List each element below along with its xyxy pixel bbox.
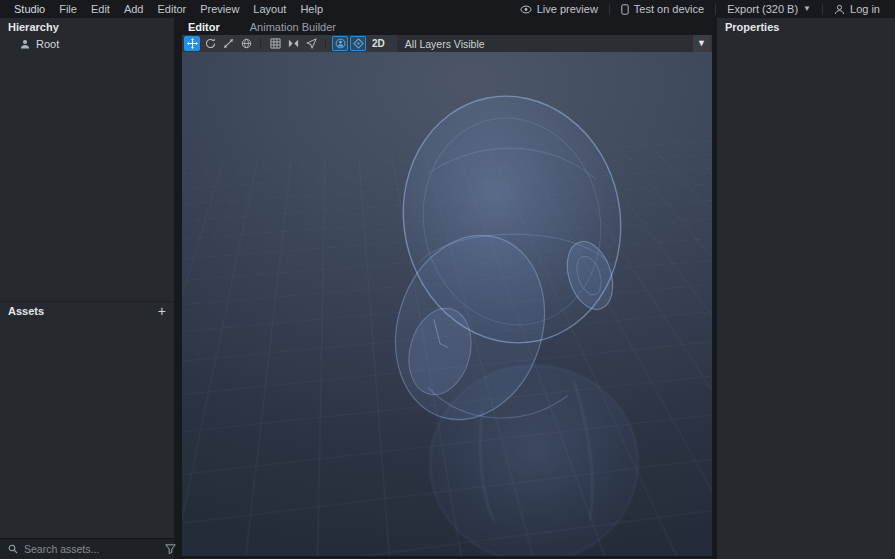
- editor-column: Editor Animation Builder: [178, 18, 717, 559]
- search-input[interactable]: [24, 543, 159, 555]
- mirror-button[interactable]: [285, 36, 301, 51]
- tab-animation-builder[interactable]: Animation Builder: [250, 21, 336, 33]
- menu-add[interactable]: Add: [124, 3, 144, 15]
- live-preview-button[interactable]: Live preview: [515, 3, 603, 15]
- mode-2d-button[interactable]: 2D: [368, 38, 389, 49]
- grid-snap-button[interactable]: [267, 36, 283, 51]
- test-on-device-label: Test on device: [634, 3, 704, 15]
- menu-preview[interactable]: Preview: [200, 3, 239, 15]
- chevron-down-icon: ▼: [697, 39, 706, 48]
- topbar-separator: [609, 4, 610, 15]
- menu-editor[interactable]: Editor: [157, 3, 186, 15]
- layers-dropdown-value: All Layers Visible: [397, 38, 693, 50]
- top-menu-bar: Studio File Edit Add Editor Preview Layo…: [0, 0, 895, 18]
- topbar-separator: [822, 4, 823, 15]
- viewport-canvas[interactable]: [182, 52, 712, 556]
- move-tool-button[interactable]: [184, 36, 200, 51]
- scale-tool-button[interactable]: [220, 36, 236, 51]
- toolbar-separator: [260, 38, 261, 49]
- main-area: Hierarchy Root Assets +: [0, 18, 895, 559]
- assets-panel-title: Assets: [8, 305, 44, 317]
- live-preview-label: Live preview: [537, 3, 598, 15]
- search-icon: [8, 544, 18, 554]
- topbar-separator: [715, 4, 716, 15]
- globe-tool-button[interactable]: [238, 36, 254, 51]
- phone-icon: [621, 4, 629, 15]
- asset-search-bar: [0, 538, 174, 559]
- menu-edit[interactable]: Edit: [91, 3, 110, 15]
- hierarchy-item-label: Root: [36, 38, 59, 50]
- viewport-toolbar: 2D All Layers Visible ▼: [182, 35, 712, 52]
- editor-tabbar: Editor Animation Builder: [182, 18, 712, 35]
- hierarchy-tree: Root: [0, 35, 174, 301]
- right-sidebar: Properties: [717, 18, 895, 559]
- person-icon: [20, 39, 30, 49]
- export-button[interactable]: Export (320 B) ▼: [722, 3, 816, 15]
- hierarchy-panel-title: Hierarchy: [0, 18, 174, 35]
- assets-list: [0, 319, 174, 538]
- chevron-down-icon: ▼: [803, 5, 811, 13]
- navigate-button[interactable]: [303, 36, 319, 51]
- test-on-device-button[interactable]: Test on device: [616, 3, 709, 15]
- login-label: Log in: [850, 3, 880, 15]
- menu-layout[interactable]: Layout: [253, 3, 286, 15]
- gizmo-toggle[interactable]: [350, 36, 366, 51]
- dropdown-caret-box: ▼: [693, 35, 710, 52]
- filter-icon[interactable]: [165, 544, 176, 554]
- tab-editor[interactable]: Editor: [188, 21, 220, 33]
- menu-studio[interactable]: Studio: [14, 3, 45, 15]
- properties-panel-title: Properties: [717, 18, 895, 35]
- menu-items: Studio File Edit Add Editor Preview Layo…: [14, 3, 323, 15]
- user-icon: [834, 4, 845, 15]
- rotate-tool-button[interactable]: [202, 36, 218, 51]
- toolbar-separator: [325, 38, 326, 49]
- assets-panel-header: Assets +: [0, 301, 174, 319]
- left-sidebar: Hierarchy Root Assets +: [0, 18, 178, 559]
- add-asset-button[interactable]: +: [158, 304, 166, 318]
- hierarchy-item-root[interactable]: Root: [0, 35, 174, 52]
- export-label: Export (320 B): [727, 3, 798, 15]
- topbar-actions: Live preview Test on device Export (320 …: [515, 3, 885, 15]
- login-button[interactable]: Log in: [829, 3, 885, 15]
- layers-visibility-dropdown[interactable]: All Layers Visible ▼: [397, 35, 710, 52]
- menu-file[interactable]: File: [59, 3, 77, 15]
- eye-icon: [520, 5, 532, 14]
- orbit-view-toggle[interactable]: [332, 36, 348, 51]
- menu-help[interactable]: Help: [300, 3, 323, 15]
- wireframe-head-model: [182, 52, 712, 556]
